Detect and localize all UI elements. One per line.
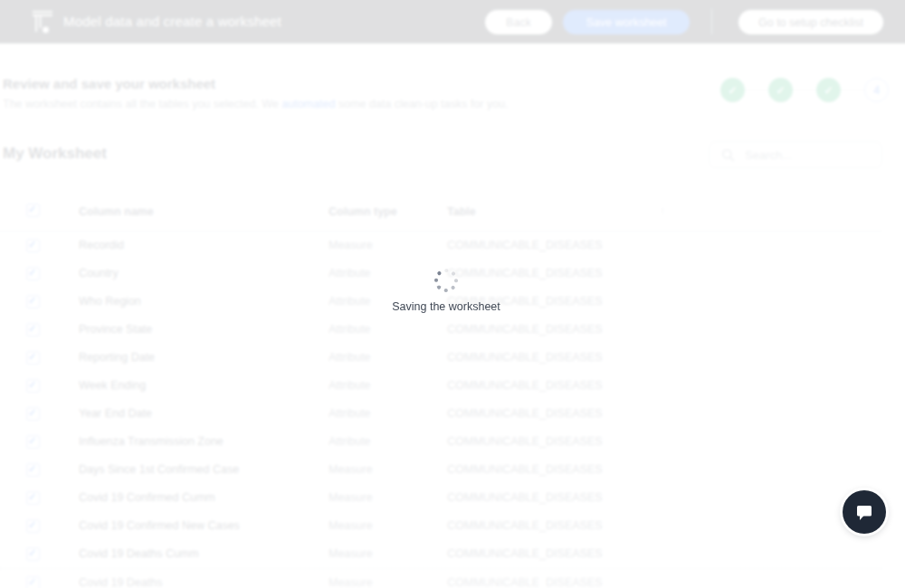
speech-bubble-icon — [854, 503, 874, 522]
chat-help-button[interactable] — [843, 490, 886, 534]
saving-status: Saving the worksheet — [392, 269, 500, 313]
model-data-page: Model data and create a worksheet Back S… — [0, 0, 905, 588]
loading-spinner-icon — [434, 269, 458, 292]
saving-message: Saving the worksheet — [392, 300, 500, 313]
